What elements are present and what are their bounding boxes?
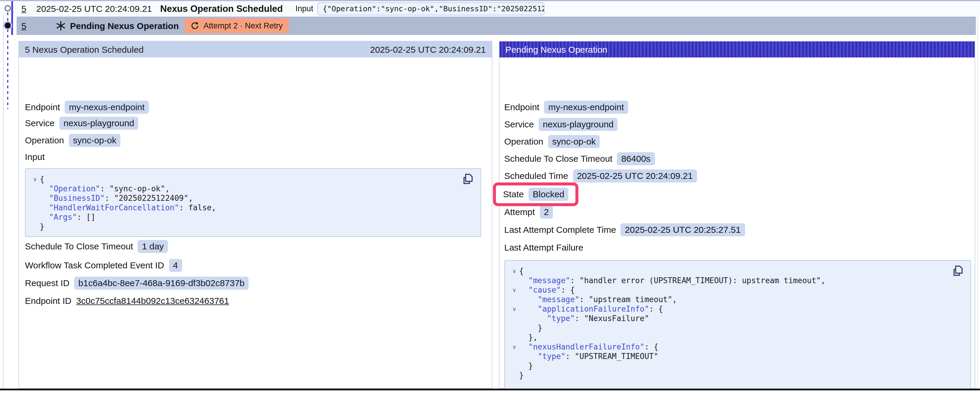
json-value: { — [519, 266, 524, 276]
copy-json-button[interactable] — [950, 264, 966, 279]
field-row-operation: Operationsync-op-ok — [25, 133, 121, 147]
field-value-endpoint: my-nexus-endpoint — [65, 100, 149, 113]
field-label-workflow-task-completed-event-id: Workflow Task Completed Event ID — [25, 260, 164, 270]
field-row-schedule-to-close-timeout: Schedule To Close Timeout1 day — [25, 239, 168, 253]
json-key: "Args" — [49, 212, 77, 222]
json-key: "Operation" — [49, 184, 100, 193]
retry-icon — [191, 21, 199, 30]
collapse-chevron-icon[interactable]: ∨ — [30, 174, 40, 184]
field-value-workflow-task-completed-event-id: 4 — [169, 258, 182, 272]
field-label-endpoint: Endpoint — [504, 102, 539, 112]
event-detail-panel-scheduled: 5 Nexus Operation Scheduled 2025-02-25 U… — [18, 41, 492, 388]
json-gutter — [509, 371, 519, 380]
field-value-scheduled-time: 2025-02-25 UTC 20:24:09.21 — [573, 169, 697, 182]
field-row-request-id: Request IDb1c6a4bc-8ee7-468a-9169-df3b02… — [25, 276, 249, 289]
json-value: } — [519, 371, 524, 380]
input-json-viewer: ∨{ "Operation": "sync-op-ok", "BusinessI… — [25, 168, 481, 237]
field-value-request-id: b1c6a4bc-8ee7-468a-9169-df3b02c8737b — [74, 276, 248, 289]
timeline-active-bar — [11, 1, 13, 35]
input-preview-chip[interactable]: {"Operation":"sync-op-ok","BusinessID":"… — [317, 2, 544, 15]
json-value: : "20250225122409", — [105, 193, 193, 203]
last-attempt-failure-label: Last Attempt Failure — [504, 241, 584, 254]
event-input-preview: {"Operation":"sync-op-ok","BusinessID":"… — [317, 2, 544, 16]
json-key: "applicationFailureInfo" — [538, 304, 649, 314]
left-panel-title: 5 Nexus Operation Scheduled — [25, 44, 143, 54]
json-gutter — [509, 295, 519, 304]
pending-title: Pending Nexus Operation — [70, 21, 179, 31]
json-value: : "handler error (UPSTREAM_TIMEOUT): ups… — [570, 276, 826, 285]
json-value: : { — [649, 304, 663, 314]
pending-id-link[interactable]: 5 — [21, 21, 26, 31]
collapse-chevron-icon[interactable]: ∨ — [509, 304, 519, 314]
field-label-scheduled-time: Scheduled Time — [504, 171, 568, 181]
field-value-operation: sync-op-ok — [548, 135, 600, 148]
json-key: "BusinessID" — [49, 193, 105, 203]
field-label-schedule-to-close-timeout: Schedule To Close Timeout — [504, 154, 612, 163]
field-row-schedule-to-close-timeout: Schedule To Close Timeout86400s — [504, 152, 655, 165]
json-gutter — [509, 352, 519, 361]
json-gutter — [509, 314, 519, 323]
json-key: "type" — [547, 314, 575, 323]
collapse-chevron-icon[interactable]: ∨ — [509, 285, 519, 295]
collapse-chevron-icon[interactable]: ∨ — [509, 342, 519, 352]
field-value-state: Blocked — [528, 187, 569, 201]
field-value-service: nexus-playground — [59, 116, 138, 130]
json-value: } — [528, 361, 533, 371]
json-line: ∨ "cause": { — [509, 285, 963, 295]
json-value: } — [538, 323, 542, 333]
event-input-label: Input — [296, 1, 313, 16]
left-panel-timestamp: 2025-02-25 UTC 20:24:09.21 — [370, 44, 486, 54]
scrollbar-gutter[interactable] — [977, 1, 978, 388]
json-key: "message" — [538, 295, 579, 304]
field-row-last-attempt-complete-time: Last Attempt Complete Time2025-02-25 UTC… — [504, 223, 745, 236]
json-line: "type": "NexusFailure" — [509, 314, 963, 323]
json-line: } — [509, 323, 963, 333]
field-row-endpoint-id: Endpoint ID3c0c75ccfa8144b092c13ce632463… — [25, 294, 229, 307]
temporal-event-history-view: 5 2025-02-25 UTC 20:24:09.21 Nexus Opera… — [0, 0, 980, 404]
field-label-operation: Operation — [25, 135, 64, 145]
json-gutter — [509, 323, 519, 333]
json-value: : "upstream timeout", — [579, 295, 677, 304]
json-gutter — [30, 212, 40, 222]
json-line: ∨{ — [30, 174, 473, 184]
pending-id: 5 — [21, 16, 26, 35]
json-line: } — [509, 371, 963, 380]
field-row-endpoint: Endpointmy-nexus-endpoint — [25, 100, 149, 113]
timeline-pending-marker-icon — [5, 22, 10, 28]
pending-panel-title: Pending Nexus Operation — [506, 44, 608, 54]
field-label-request-id: Request ID — [25, 278, 69, 288]
left-panel-header: 5 Nexus Operation Scheduled 2025-02-25 U… — [19, 41, 492, 57]
event-row-content: 5 — [21, 1, 26, 16]
json-gutter — [509, 276, 519, 285]
json-line: } — [509, 361, 963, 371]
json-value: : false, — [179, 203, 216, 212]
copy-icon — [462, 173, 474, 185]
json-line: ∨{ — [509, 266, 963, 276]
json-value: : { — [644, 342, 659, 352]
json-line: "BusinessID": "20250225122409", — [30, 193, 473, 203]
field-row-endpoint: Endpointmy-nexus-endpoint — [504, 100, 628, 113]
json-key: "nexusHandlerFailureInfo" — [528, 342, 644, 352]
copy-json-button[interactable] — [460, 172, 476, 187]
event-id-link[interactable]: 5 — [21, 3, 26, 14]
field-label-operation: Operation — [504, 136, 543, 146]
json-value: }, — [528, 333, 538, 342]
json-value: : "UPSTREAM_TIMEOUT" — [566, 352, 659, 361]
json-line: "message": "upstream timeout", — [509, 295, 963, 304]
field-value-endpoint-id[interactable]: 3c0c75ccfa8144b092c13ce632463761 — [76, 296, 229, 306]
field-label-service: Service — [25, 118, 54, 128]
collapse-chevron-icon[interactable]: ∨ — [509, 266, 519, 276]
json-key: "message" — [528, 276, 570, 285]
field-row-operation: Operationsync-op-ok — [504, 135, 600, 148]
json-gutter — [509, 361, 519, 371]
pending-asterisk — [56, 16, 66, 35]
field-row-workflow-task-completed-event-id: Workflow Task Completed Event ID4 — [25, 258, 182, 272]
field-row-service: Servicenexus-playground — [25, 116, 138, 130]
json-value: { — [40, 174, 45, 184]
json-line: "type": "UPSTREAM_TIMEOUT" — [509, 352, 963, 361]
event-timestamp: 2025-02-25 UTC 20:24:09.21 — [36, 1, 152, 16]
field-value-last-attempt-complete-time: 2025-02-25 UTC 20:25:27.51 — [621, 223, 745, 236]
pending-panel-header: Pending Nexus Operation — [500, 41, 975, 57]
json-line: "HandlerWaitForCancellation": false, — [30, 203, 473, 212]
json-key: "cause" — [528, 285, 561, 295]
